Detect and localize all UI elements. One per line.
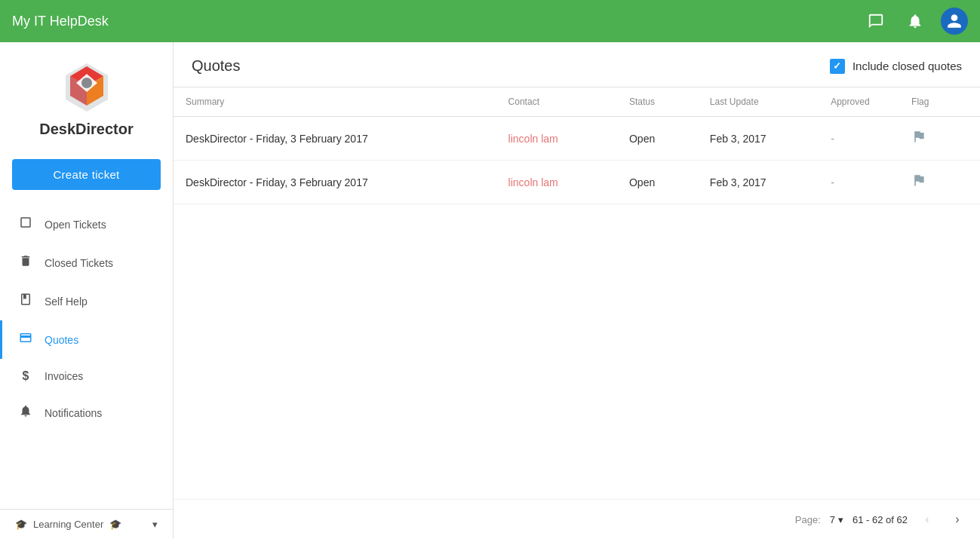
invoices-icon: $ <box>17 369 34 383</box>
learning-center-icon-left: 🎓 <box>15 519 27 530</box>
page-label: Page: <box>795 514 821 525</box>
prev-page-button[interactable]: ‹ <box>917 509 938 530</box>
cell-summary: DeskDirector - Friday, 3 February 2017 <box>174 161 496 204</box>
col-last-update: Last Update <box>698 87 819 117</box>
app-header: My IT HelpDesk <box>0 0 980 42</box>
page-range: 61 - 62 of 62 <box>853 514 908 525</box>
cell-last-update: Feb 3, 2017 <box>698 161 819 204</box>
self-help-icon <box>17 292 34 310</box>
cell-approved: - <box>819 161 899 204</box>
learning-center-icon-right: 🎓 <box>109 519 121 530</box>
table-body: DeskDirector - Friday, 3 February 2017li… <box>174 117 980 204</box>
table-row: DeskDirector - Friday, 3 February 2017li… <box>174 117 980 161</box>
cell-contact[interactable]: lincoln lam <box>496 117 617 161</box>
cell-contact[interactable]: lincoln lam <box>496 161 617 204</box>
cell-status: Open <box>617 161 698 204</box>
sidebar-item-self-help[interactable]: Self Help <box>0 282 173 320</box>
cell-flag[interactable] <box>899 161 980 204</box>
sidebar-label-invoices: Invoices <box>45 370 83 382</box>
cell-approved: - <box>819 117 899 161</box>
page-title: Quotes <box>192 57 240 75</box>
logo-icon <box>60 60 114 115</box>
include-closed-label: Include closed quotes <box>853 60 962 72</box>
pagination: Page: 7 ▾ 61 - 62 of 62 ‹ › <box>174 499 980 539</box>
user-avatar[interactable] <box>941 8 968 35</box>
sidebar-item-notifications[interactable]: Notifications <box>0 394 173 432</box>
quotes-table-container: Summary Contact Status Last Update Appro… <box>174 87 980 499</box>
quotes-table: Summary Contact Status Last Update Appro… <box>174 87 980 204</box>
col-approved: Approved <box>819 87 899 117</box>
chat-icon[interactable] <box>862 8 889 35</box>
chevron-down-icon: ▾ <box>152 519 158 530</box>
sidebar-label-open-tickets: Open Tickets <box>45 219 106 231</box>
cell-last-update: Feb 3, 2017 <box>698 117 819 161</box>
sidebar-label-notifications: Notifications <box>45 407 102 419</box>
quotes-icon <box>17 331 34 348</box>
sidebar-logo: DeskDirector <box>0 42 173 153</box>
logo-text: DeskDirector <box>39 121 134 138</box>
main-header: Quotes Include closed quotes <box>174 42 980 87</box>
learning-center-label: Learning Center <box>33 519 103 530</box>
create-ticket-button[interactable]: Create ticket <box>12 159 161 190</box>
header-icons <box>862 8 968 35</box>
learning-center-footer[interactable]: 🎓 Learning Center 🎓 ▾ <box>0 509 173 539</box>
svg-point-5 <box>81 78 92 88</box>
cell-status: Open <box>617 117 698 161</box>
table-header: Summary Contact Status Last Update Appro… <box>174 87 980 117</box>
main-content: Quotes Include closed quotes Summary Con… <box>174 42 980 539</box>
sidebar-label-self-help: Self Help <box>45 296 88 308</box>
sidebar-item-invoices[interactable]: $ Invoices <box>0 359 173 394</box>
sidebar-label-quotes: Quotes <box>45 334 78 346</box>
sidebar-item-quotes[interactable]: Quotes <box>0 320 173 359</box>
include-closed-filter[interactable]: Include closed quotes <box>830 59 962 74</box>
include-closed-checkbox[interactable] <box>830 59 845 74</box>
app-body: DeskDirector Create ticket Open Tickets … <box>0 42 980 539</box>
open-tickets-icon <box>17 216 34 233</box>
page-dropdown-icon: ▾ <box>838 514 843 525</box>
bell-icon[interactable] <box>902 8 929 35</box>
col-contact: Contact <box>496 87 617 117</box>
closed-tickets-icon <box>17 254 34 271</box>
page-number-select[interactable]: 7 ▾ <box>830 514 843 525</box>
sidebar-label-closed-tickets: Closed Tickets <box>45 257 113 269</box>
table-row: DeskDirector - Friday, 3 February 2017li… <box>174 161 980 204</box>
flag-button[interactable] <box>911 176 926 191</box>
col-status: Status <box>617 87 698 117</box>
notifications-icon <box>17 404 34 421</box>
page-number: 7 <box>830 514 835 525</box>
sidebar-nav: Open Tickets Closed Tickets Self Help Qu… <box>0 205 173 509</box>
cell-summary: DeskDirector - Friday, 3 February 2017 <box>174 117 496 161</box>
cell-flag[interactable] <box>899 117 980 161</box>
sidebar-item-open-tickets[interactable]: Open Tickets <box>0 205 173 243</box>
col-summary: Summary <box>174 87 496 117</box>
next-page-button[interactable]: › <box>947 509 968 530</box>
app-title: My IT HelpDesk <box>12 14 862 29</box>
col-flag: Flag <box>899 87 980 117</box>
sidebar-item-closed-tickets[interactable]: Closed Tickets <box>0 243 173 282</box>
sidebar: DeskDirector Create ticket Open Tickets … <box>0 42 174 539</box>
flag-button[interactable] <box>911 132 926 147</box>
